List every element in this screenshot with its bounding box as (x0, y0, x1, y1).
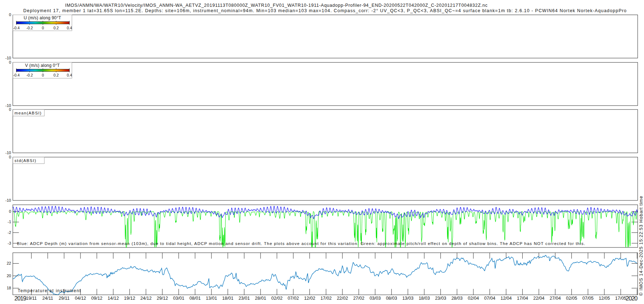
svg-text:12/04: 12/04 (501, 296, 512, 301)
svg-text:0: 0 (9, 155, 11, 159)
svg-text:V (m/s) along 0°T: V (m/s) along 0°T (25, 63, 60, 68)
svg-text:24/12: 24/12 (140, 296, 151, 301)
svg-text:23/03: 23/03 (435, 296, 446, 301)
svg-text:04/12: 04/12 (75, 296, 86, 301)
svg-text:IMOS/ANMN/WA/WATR10/Velocity/I: IMOS/ANMN/WA/WATR10/Velocity/IMOS_ANMN-W… (65, 3, 488, 8)
svg-text:2019: 2019 (14, 295, 26, 301)
svg-text:22/02: 22/02 (337, 296, 348, 301)
svg-text:-0.4: -0.4 (13, 26, 20, 30)
svg-text:29/12: 29/12 (157, 296, 168, 301)
svg-text:0.4: 0.4 (67, 26, 72, 30)
svg-text:27/04: 27/04 (550, 296, 561, 301)
svg-text:17/05: 17/05 (615, 296, 626, 301)
svg-text:-3: -3 (8, 241, 11, 245)
svg-text:18: 18 (7, 286, 11, 290)
svg-text:08/01: 08/01 (190, 296, 201, 301)
svg-text:0: 0 (9, 60, 11, 64)
svg-text:0.2: 0.2 (54, 26, 59, 30)
svg-text:-1: -1 (8, 220, 11, 224)
svg-text:17/02: 17/02 (321, 296, 332, 301)
svg-text:Temperature at instrument: Temperature at instrument (18, 288, 81, 293)
svg-text:mean(ABSI): mean(ABSI) (15, 111, 42, 115)
svg-text:02/05: 02/05 (566, 296, 577, 301)
svg-text:-0.2: -0.2 (26, 73, 33, 77)
svg-text:U (m/s) along 90°T: U (m/s) along 90°T (24, 15, 61, 20)
svg-text:03/01: 03/01 (173, 296, 184, 301)
svg-text:-2: -2 (8, 230, 11, 235)
svg-text:14/12: 14/12 (108, 296, 119, 301)
svg-text:20: 20 (7, 274, 11, 278)
svg-text:-0.2: -0.2 (26, 26, 33, 30)
svg-text:24/11: 24/11 (42, 296, 53, 301)
svg-text:07/02: 07/02 (288, 296, 299, 301)
svg-text:-0.4: -0.4 (13, 73, 20, 77)
svg-text:12/02: 12/02 (304, 296, 315, 301)
svg-text:03/03: 03/03 (370, 296, 381, 301)
svg-text:0.2: 0.2 (54, 73, 59, 77)
svg-text:2020: 2020 (626, 295, 638, 301)
svg-text:0: 0 (9, 13, 11, 17)
svg-text:std(ABSI): std(ABSI) (15, 158, 36, 163)
svg-text:28/03: 28/03 (452, 296, 463, 301)
svg-text:23/01: 23/01 (239, 296, 250, 301)
svg-text:Deployment 17, member 1 lat=31: Deployment 17, member 1 lat=31.65S lon=1… (23, 8, 627, 13)
svg-text:17/04: 17/04 (517, 296, 528, 301)
svg-text:02/02: 02/02 (271, 296, 282, 301)
svg-text:19/12: 19/12 (124, 296, 135, 301)
svg-text:08/03: 08/03 (386, 296, 397, 301)
svg-text:07/05: 07/05 (582, 296, 594, 301)
svg-text:-10: -10 (5, 151, 11, 155)
svg-text:22: 22 (7, 261, 11, 265)
svg-text:29/11: 29/11 (59, 296, 69, 301)
svg-text:13/03: 13/03 (402, 296, 413, 301)
svg-text:0: 0 (42, 73, 44, 77)
svg-text:-10: -10 (5, 56, 11, 60)
svg-text:0.4: 0.4 (67, 73, 72, 77)
svg-text:22/04: 22/04 (533, 296, 544, 301)
svg-text:12/05: 12/05 (599, 296, 610, 301)
svg-text:02/04: 02/04 (468, 296, 479, 301)
svg-text:Blue: ADCP Depth (m) variation: Blue: ADCP Depth (m) variation from sens… (17, 241, 586, 246)
svg-text:19/11: 19/11 (26, 296, 36, 301)
svg-text:09/12: 09/12 (91, 296, 102, 301)
svg-text:0: 0 (9, 107, 11, 112)
svg-text:0: 0 (42, 26, 44, 30)
svg-text:0: 0 (9, 209, 11, 214)
svg-text:-10: -10 (5, 198, 11, 202)
svg-text:18/01: 18/01 (222, 296, 233, 301)
svg-text:© IMOS 14-Dec-2025 15:22:53 Ho: © IMOS 14-Dec-2025 15:22:53 Hobart time (639, 196, 644, 296)
svg-text:07/04: 07/04 (484, 296, 495, 301)
svg-text:13/01: 13/01 (206, 296, 217, 301)
svg-text:18/03: 18/03 (419, 296, 430, 301)
svg-text:28/01: 28/01 (255, 296, 266, 301)
svg-text:27/02: 27/02 (353, 296, 364, 301)
